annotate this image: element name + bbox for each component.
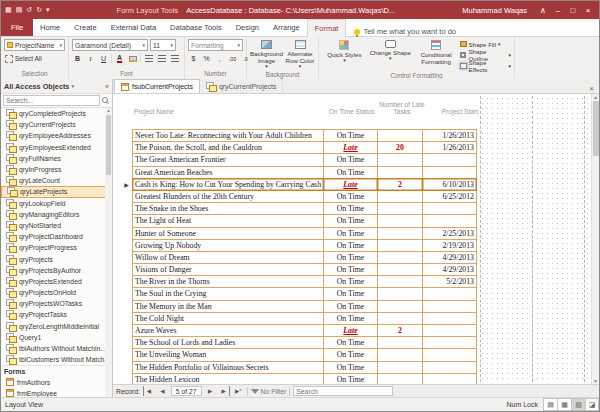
nav-item-qrycompletedprojects[interactable]: qryCompletedProjects <box>1 108 112 119</box>
user-name[interactable]: Muhammad Waqas <box>462 6 527 15</box>
undo-icon[interactable]: ↺ <box>26 6 32 14</box>
nav-item-qryprojectsonhold[interactable]: qryProjectsOnHold <box>1 287 112 298</box>
form-view-button[interactable]: ▤ <box>543 398 557 411</box>
nav-item-frmemployee[interactable]: frmEmployee <box>1 388 112 397</box>
shutter-close-icon[interactable]: « <box>105 83 109 90</box>
align-left-icon[interactable] <box>145 55 153 62</box>
tell-me-box[interactable]: Tell me what you want to do <box>354 27 456 36</box>
column-header-late-tasks[interactable]: Number of Late Tasks <box>379 101 425 116</box>
nav-item-qryprojectswotasks[interactable]: qryProjectsWOTasks <box>1 298 112 309</box>
minimize-icon[interactable]: – <box>551 3 565 17</box>
record-position[interactable]: 5 of 27 <box>171 386 202 396</box>
tab-database-tools[interactable]: Database Tools <box>163 18 229 36</box>
align-right-icon[interactable] <box>171 55 179 62</box>
cell-date[interactable] <box>422 373 477 384</box>
tab-arrange[interactable]: Arrange <box>266 18 307 36</box>
ribbon-options-icon[interactable]: ∧ <box>536 3 550 17</box>
cell-date[interactable]: 6/10/2013 <box>422 178 477 191</box>
nav-item-qrycurrentprojects[interactable]: qryCurrentProjects <box>1 119 112 130</box>
tab-file[interactable]: File <box>1 18 33 36</box>
nav-scrollbar[interactable]: ▲ <box>105 108 112 397</box>
scroll-up-icon[interactable]: ▲ <box>106 108 110 113</box>
background-color-icon[interactable] <box>129 56 137 62</box>
previous-record-button[interactable]: ◀ <box>157 386 168 396</box>
font-name-combobox[interactable]: Garamond (Detail) ▾ <box>72 39 148 51</box>
tab-create[interactable]: Create <box>67 18 104 36</box>
comma-format-button[interactable]: , <box>214 53 225 64</box>
column-header-project-start[interactable]: Project Start <box>425 108 480 115</box>
last-record-button[interactable]: ▶ <box>219 386 230 396</box>
new-record-button[interactable]: ▶* <box>233 386 244 396</box>
tab-home[interactable]: Home <box>33 18 67 36</box>
document-scrollbar[interactable]: ▲ ▼ <box>591 94 599 384</box>
conditional-formatting-button[interactable]: Conditional Formatting <box>414 39 459 71</box>
italic-button[interactable]: I <box>85 53 96 64</box>
background-image-button[interactable]: Background Image ▾ <box>250 39 283 70</box>
design-view-button[interactable]: ◪ <box>585 398 599 411</box>
scroll-down-icon[interactable]: ▼ <box>593 378 598 384</box>
percent-format-button[interactable]: % <box>201 53 212 64</box>
nav-item-qrymanagingeditors[interactable]: qryManagingEditors <box>1 209 112 220</box>
tab-format[interactable]: Format <box>307 19 347 37</box>
increase-decimals-button[interactable]: .00 <box>227 53 238 64</box>
tab-design[interactable]: Design <box>229 18 266 36</box>
nav-item-qryzerolengthmiddleinitial[interactable]: qryZeroLengthMiddleInitial <box>1 321 112 332</box>
nav-item-qryprojectdashboard[interactable]: qryProjectDashboard <box>1 231 112 242</box>
currency-format-button[interactable]: $ <box>188 53 199 64</box>
nav-item-qryprojecttasks[interactable]: qryProjectTasks <box>1 309 112 320</box>
nav-item-tblauthors-without-matchin-[interactable]: tblAuthors Without Matchin... <box>1 343 112 354</box>
cell-status[interactable]: On Time <box>323 373 378 384</box>
record-selector[interactable] <box>121 373 132 384</box>
layout-view-button[interactable]: ▧ <box>571 398 585 411</box>
nav-section-header-forms[interactable]: Forms▲ <box>1 365 112 376</box>
font-size-combobox[interactable]: 11 ▾ <box>150 39 176 51</box>
maximize-icon[interactable]: □ <box>566 3 580 17</box>
nav-item-qrylateprojects[interactable]: qryLateProjects <box>1 186 112 197</box>
filter-indicator[interactable]: No Filter <box>251 388 287 395</box>
align-center-icon[interactable] <box>158 55 166 62</box>
record-selector[interactable]: ▶ <box>121 178 132 191</box>
alternate-row-color-button[interactable]: Alternate Row Color ▾ <box>285 39 315 70</box>
nav-item-qryfullnames[interactable]: qryFullNames <box>1 153 112 164</box>
nav-item-frmauthors[interactable]: frmAuthors <box>1 377 112 388</box>
record-search-input[interactable] <box>293 386 393 396</box>
doc-close-icon[interactable]: × <box>584 84 599 93</box>
quick-styles-button[interactable]: Quick Styles ▾ <box>322 39 367 71</box>
qat-customize-caret-icon[interactable]: ▾ <box>46 6 50 14</box>
nav-item-qryprojectsextended[interactable]: qryProjectsExtended <box>1 276 112 287</box>
tab-external-data[interactable]: External Data <box>104 18 163 36</box>
column-header-project-name[interactable]: Project Name <box>132 108 324 115</box>
scrollbar-thumb[interactable] <box>593 101 599 156</box>
number-format-combobox[interactable]: Formatting ▾ <box>188 39 243 51</box>
doc-tab-fsubcurrentprojects[interactable]: fsubCurrentProjects <box>114 79 200 93</box>
nav-item-tblcustomers-without-match-[interactable]: tblCustomers Without Match... <box>1 354 112 365</box>
nav-item-qrylookupfield[interactable]: qryLookupField <box>1 198 112 209</box>
nav-item-query1[interactable]: Query1 <box>1 332 112 343</box>
nav-item-qryinprogress[interactable]: qryInProgress <box>1 164 112 175</box>
close-icon[interactable]: × <box>581 3 595 17</box>
nav-pane-header[interactable]: All Access Objects ▾ « <box>1 79 112 94</box>
select-all-button[interactable]: Select All <box>4 53 65 64</box>
redo-icon[interactable]: ↻ <box>36 6 42 14</box>
bold-button[interactable]: B <box>72 53 83 64</box>
nav-item-qryemployeesextended[interactable]: qryEmployeesExtended <box>1 142 112 153</box>
nav-item-qryprojectsbyauthor[interactable]: qryProjectsByAuthor <box>1 265 112 276</box>
scroll-up-icon[interactable]: ▲ <box>593 94 598 100</box>
save-icon[interactable]: ▤ <box>16 6 23 14</box>
chevron-down-icon[interactable]: ▾ <box>71 83 74 89</box>
cell-tasks[interactable]: 2 <box>377 178 423 191</box>
object-selector-combobox[interactable]: ProjectName ▾ <box>4 39 65 51</box>
cell-status[interactable]: Late <box>323 178 378 191</box>
shape-effects-button[interactable]: Shape Effects ▾ <box>460 61 511 71</box>
first-record-button[interactable]: ◀ <box>143 386 154 396</box>
scrollbar-thumb[interactable] <box>106 115 111 175</box>
cell-name[interactable]: The Hidden Lexicon <box>132 373 324 384</box>
change-shape-button[interactable]: Change Shape ▾ <box>368 39 413 71</box>
underline-button[interactable]: U <box>98 53 109 64</box>
nav-search-input[interactable] <box>3 95 100 106</box>
nav-item-qryprojects[interactable]: qryProjects <box>1 253 112 264</box>
font-color-icon[interactable]: A <box>117 54 122 63</box>
nav-item-qryemployeeaddresses[interactable]: qryEmployeeAddresses <box>1 130 112 141</box>
column-header-on-time-status[interactable]: On Time Status <box>324 108 379 115</box>
cell-tasks[interactable] <box>377 373 423 384</box>
